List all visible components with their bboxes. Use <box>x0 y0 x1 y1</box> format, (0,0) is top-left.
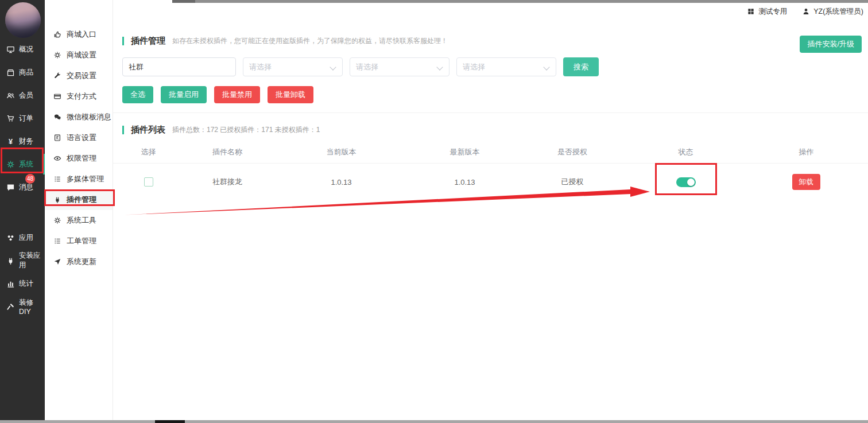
wrench-icon <box>53 72 61 80</box>
secondary-sidebar-item[interactable]: 微信模板消息 <box>45 107 113 127</box>
primary-nav: 概况 商品 会员 订单 财务 <box>0 38 45 318</box>
batch-action-button[interactable]: 批量启用 <box>161 86 207 103</box>
primary-sidebar-item-label: 应用 <box>19 233 33 243</box>
cart-icon <box>6 114 15 123</box>
secondary-sidebar-item[interactable]: 商城设置 <box>45 45 113 65</box>
chevron-down-icon <box>543 64 549 70</box>
table-header-cell: 是否授权 <box>518 147 627 157</box>
batch-action-button[interactable]: 批量禁用 <box>214 86 260 103</box>
current-version-cell: 1.0.13 <box>271 178 412 187</box>
workspace-label: 测试专用 <box>758 7 787 17</box>
send-icon <box>53 258 61 266</box>
primary-sidebar-item[interactable]: 消息 48 <box>0 176 45 199</box>
wechat-icon <box>53 113 61 121</box>
primary-sidebar-item[interactable]: 财务 <box>0 130 45 153</box>
batch-action-button[interactable]: 批量卸载 <box>268 86 313 103</box>
primary-sidebar-item-label: 订单 <box>19 114 33 123</box>
primary-sidebar-item[interactable]: 应用 <box>0 226 45 249</box>
gear-icon <box>53 51 61 59</box>
primary-sidebar: 概况 商品 会员 订单 财务 <box>0 0 45 423</box>
row-checkbox[interactable] <box>144 177 153 187</box>
filter-select[interactable]: 请选择 <box>243 57 343 76</box>
main-content: 插件管理 如存在未授权插件，您可能正在使用盗版插件，为了保障您的权益，请尽快联系… <box>113 20 868 420</box>
primary-sidebar-item[interactable]: 安装应用 <box>0 249 45 272</box>
grid-icon <box>747 7 755 15</box>
search-button[interactable]: 搜索 <box>563 57 599 76</box>
chevron-down-icon <box>330 64 336 70</box>
primary-sidebar-item-label: 消息 <box>19 183 33 192</box>
secondary-sidebar-item[interactable]: 插件管理 <box>45 189 113 210</box>
secondary-sidebar-item[interactable]: 交易设置 <box>45 65 113 86</box>
table-header-cell: 插件名称 <box>184 147 271 157</box>
primary-sidebar-item[interactable]: 统计 <box>0 272 45 295</box>
primary-sidebar-item-label: 商品 <box>19 68 33 77</box>
plugin-list-header: 插件列表 插件总数：172 已授权插件：171 未授权插件：1 <box>122 125 859 135</box>
secondary-sidebar-item[interactable]: 语言设置 <box>45 127 113 148</box>
secondary-sidebar-item-label: 商城设置 <box>67 50 96 60</box>
primary-sidebar-item-label: 统计 <box>19 279 33 289</box>
keyword-input[interactable] <box>122 57 236 76</box>
secondary-sidebar-item-label: 商城入口 <box>67 29 96 40</box>
credit-card-icon <box>53 92 61 100</box>
authorized-cell: 已授权 <box>518 177 627 187</box>
list-icon <box>53 175 61 183</box>
avatar[interactable] <box>5 2 41 38</box>
bottom-edge-strip-black <box>155 420 185 423</box>
primary-sidebar-item[interactable]: 商品 <box>0 61 45 84</box>
table-row: 社群接龙 1.0.13 1.0.13 已授权 卸载 <box>113 164 868 200</box>
secondary-sidebar-item-label: 插件管理 <box>67 195 96 205</box>
secondary-sidebar-item[interactable]: 支付方式 <box>45 86 113 107</box>
primary-sidebar-item[interactable]: 订单 <box>0 107 45 130</box>
thumbs-up-icon <box>53 30 61 38</box>
primary-sidebar-item-label: 安装应用 <box>19 251 45 270</box>
filter-select[interactable]: 请选择 <box>456 57 556 76</box>
message-icon <box>6 183 15 192</box>
secondary-sidebar-item[interactable]: 系统工具 <box>45 210 113 231</box>
primary-sidebar-item[interactable]: 会员 <box>0 84 45 107</box>
secondary-sidebar-item-label: 权限管理 <box>67 153 96 164</box>
status-toggle[interactable] <box>676 177 696 187</box>
primary-sidebar-item[interactable]: 概况 <box>0 38 45 61</box>
user-label: YZ(系统管理员) <box>813 7 863 17</box>
secondary-sidebar-item-label: 工单管理 <box>67 236 96 246</box>
page-title: 插件管理 <box>131 36 165 46</box>
filter-select[interactable]: 请选择 <box>350 57 450 76</box>
latest-version-cell: 1.0.13 <box>412 178 518 187</box>
secondary-sidebar-item-label: 支付方式 <box>67 91 96 102</box>
user-menu[interactable]: YZ(系统管理员) <box>802 7 863 17</box>
workspace-switcher[interactable]: 测试专用 <box>747 7 787 17</box>
filter-select-placeholder: 请选择 <box>249 62 272 72</box>
secondary-sidebar-item[interactable]: 商城入口 <box>45 24 113 45</box>
primary-sidebar-item-label: 系统 <box>19 160 33 169</box>
secondary-sidebar-item[interactable]: 系统更新 <box>45 251 113 272</box>
secondary-sidebar-item[interactable]: 权限管理 <box>45 148 113 169</box>
top-header: 测试专用 YZ(系统管理员) <box>45 3 868 20</box>
table-header-row: 选择 插件名称 当前版本 最新版本 是否授权 状态 操作 <box>113 141 868 164</box>
language-icon <box>53 134 61 142</box>
table-header-cell: 最新版本 <box>412 147 518 157</box>
section-accent-bar <box>122 126 124 134</box>
secondary-sidebar-item-label: 微信模板消息 <box>67 112 111 122</box>
plugin-install-upgrade-button[interactable]: 插件安装/升级 <box>800 36 862 53</box>
primary-sidebar-item[interactable]: 系统 <box>0 153 45 176</box>
top-edge-strip-dark <box>172 0 195 3</box>
warning-text: 如存在未授权插件，您可能正在使用盗版插件，为了保障您的权益，请尽快联系客服处理！ <box>172 36 448 46</box>
plugin-list-title: 插件列表 <box>131 125 165 135</box>
overview-icon <box>6 45 15 54</box>
secondary-sidebar-item-label: 交易设置 <box>67 71 96 81</box>
plug-icon <box>6 257 15 265</box>
gear-icon <box>53 216 61 224</box>
plugin-list-stats: 插件总数：172 已授权插件：171 未授权插件：1 <box>172 125 320 135</box>
gear-icon <box>6 160 15 169</box>
secondary-sidebar-item[interactable]: 多媒体管理 <box>45 169 113 189</box>
filter-row: 请选择 请选择 请选择 搜索 <box>122 57 868 76</box>
primary-sidebar-item[interactable]: 装修DIY <box>0 295 45 318</box>
secondary-sidebar-item-label: 多媒体管理 <box>67 174 104 184</box>
uninstall-button[interactable]: 卸载 <box>792 174 820 190</box>
hammer-icon <box>6 302 15 311</box>
secondary-sidebar-item[interactable]: 工单管理 <box>45 231 113 251</box>
filter-select-placeholder: 请选择 <box>463 62 485 72</box>
plugin-manage-header: 插件管理 如存在未授权插件，您可能正在使用盗版插件，为了保障您的权益，请尽快联系… <box>122 36 799 46</box>
primary-sidebar-item-label: 会员 <box>19 91 33 100</box>
batch-action-button[interactable]: 全选 <box>122 86 153 103</box>
